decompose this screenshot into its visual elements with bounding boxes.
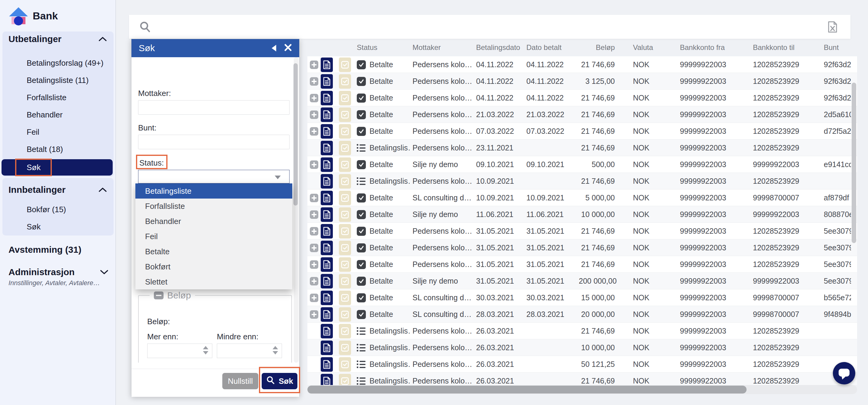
document-icon[interactable] [321,58,333,72]
mottaker-link[interactable]: Silje ny demo [412,160,458,169]
check-square-icon[interactable] [339,158,351,172]
mottaker-link[interactable]: Pedersens kolo… [412,77,472,86]
status-dropdown-option[interactable]: Betalte [135,244,292,259]
check-square-icon[interactable] [339,58,351,72]
collapse-panel-icon[interactable] [272,45,276,52]
mer-enn-input[interactable] [148,344,199,357]
mottaker-link[interactable]: SL consulting d… [412,194,471,202]
status-dropdown-option[interactable]: Behandler [135,214,292,229]
expand-row-icon[interactable] [310,77,318,86]
document-icon[interactable] [321,291,333,305]
col-header-mottaker[interactable]: Mottaker [411,43,475,52]
check-square-icon[interactable] [339,124,351,139]
expand-row-icon[interactable] [310,294,318,302]
document-icon[interactable] [321,141,333,155]
expand-row-icon[interactable] [310,260,318,269]
col-header-dato-betalt[interactable]: Dato betalt [525,43,579,52]
number-stepper[interactable] [203,346,208,355]
col-header-bankkonto-til[interactable]: Bankkonto til [738,43,810,52]
bunt-input[interactable] [138,135,289,149]
col-header-valuta[interactable]: Valuta [618,43,665,52]
document-icon[interactable] [321,174,333,189]
document-icon[interactable] [321,340,333,355]
document-icon[interactable] [321,107,333,122]
document-icon[interactable] [321,241,333,255]
status-select[interactable] [138,170,289,183]
document-icon[interactable] [321,74,333,89]
col-header-bunt[interactable]: Bunt [810,43,851,52]
global-search-input[interactable] [162,18,813,36]
close-panel-icon[interactable] [284,43,292,53]
check-square-icon[interactable] [339,324,351,338]
check-square-icon[interactable] [339,91,351,105]
status-dropdown-option[interactable]: Forfallsliste [135,199,292,214]
sidebar-item-administrasjon[interactable]: Administrasjon Innstillinger, Avtaler, A… [8,267,108,287]
col-header-bankkonto-fra[interactable]: Bankkonto fra [665,43,738,52]
document-icon[interactable] [321,357,333,372]
status-dropdown-option[interactable]: Betalingsliste [135,183,292,199]
sok-button[interactable]: Søk [262,373,298,389]
mottaker-link[interactable]: Pedersens kolo… [412,177,472,185]
mottaker-link[interactable]: Pedersens kolo… [412,243,472,252]
sidebar-item-sok-active[interactable]: Søk [1,159,113,175]
check-square-icon[interactable] [339,107,351,122]
panel-vertical-scrollbar[interactable] [294,57,299,363]
mottaker-link[interactable]: Pedersens kolo… [412,227,472,235]
document-icon[interactable] [321,257,333,272]
mottaker-link[interactable]: Pedersens kolo… [412,127,472,135]
col-header-belop[interactable]: Beløp [579,43,618,52]
check-square-icon[interactable] [339,357,351,372]
expand-row-icon[interactable] [310,94,318,102]
document-icon[interactable] [321,374,333,385]
sidebar-item[interactable]: Feil [2,124,114,141]
table-vertical-scrollbar-thumb[interactable] [851,82,856,243]
mottaker-link[interactable]: Silje ny demo [412,210,458,218]
col-header-status[interactable]: Status [353,43,411,52]
number-stepper[interactable] [273,346,278,355]
expand-row-icon[interactable] [310,194,318,202]
document-icon[interactable] [321,207,333,222]
document-icon[interactable] [321,91,333,105]
mottaker-link[interactable]: Pedersens kolo… [412,343,472,352]
mottaker-link[interactable]: Pedersens kolo… [412,376,472,385]
check-square-icon[interactable] [339,207,351,222]
sidebar-item[interactable]: Forfallsliste [2,89,114,106]
mottaker-link[interactable]: SL consulting d… [412,310,471,318]
check-square-icon[interactable] [339,74,351,89]
mottaker-link[interactable]: Pedersens kolo… [412,94,472,102]
mottaker-link[interactable]: Silje ny demo [412,277,458,285]
expand-row-icon[interactable] [310,127,318,136]
status-dropdown-option[interactable]: Slettet [135,274,292,290]
excel-export-icon[interactable] [828,21,837,32]
check-square-icon[interactable] [339,257,351,272]
expand-row-icon[interactable] [310,210,318,219]
check-square-icon[interactable] [339,291,351,305]
sidebar-item[interactable]: Søk [2,218,114,236]
expand-row-icon[interactable] [310,310,318,319]
sidebar-item-avstemming[interactable]: Avstemming (31) [8,242,82,257]
mottaker-link[interactable]: SL consulting d… [412,293,471,302]
expand-row-icon[interactable] [310,110,318,119]
chat-widget-button[interactable] [833,362,855,384]
sidebar-item[interactable]: Betalt (18) [2,141,114,158]
mottaker-link[interactable]: Pedersens kolo… [412,260,472,269]
status-dropdown-option[interactable]: Bokført [135,259,292,274]
mottaker-link[interactable]: Pedersens kolo… [412,60,472,69]
document-icon[interactable] [321,124,333,139]
check-square-icon[interactable] [339,274,351,289]
nullstill-button[interactable]: Nullstill [222,373,258,389]
document-icon[interactable] [321,191,333,205]
expand-row-icon[interactable] [310,161,318,169]
mottaker-link[interactable]: Pedersens kolo… [412,360,472,368]
col-header-betalingsdato[interactable]: Betalingsdato [475,43,525,52]
nav-header-innbetalinger[interactable]: Innbetalinger [2,182,114,197]
document-icon[interactable] [321,224,333,238]
check-square-icon[interactable] [339,307,351,322]
mottaker-input[interactable] [138,100,289,115]
check-square-icon[interactable] [339,191,351,205]
check-square-icon[interactable] [339,241,351,255]
sidebar-item[interactable]: Betalingsforslag (49+) [2,55,114,72]
check-square-icon[interactable] [339,224,351,238]
document-icon[interactable] [321,307,333,322]
sidebar-item[interactable]: Behandler [2,106,114,124]
